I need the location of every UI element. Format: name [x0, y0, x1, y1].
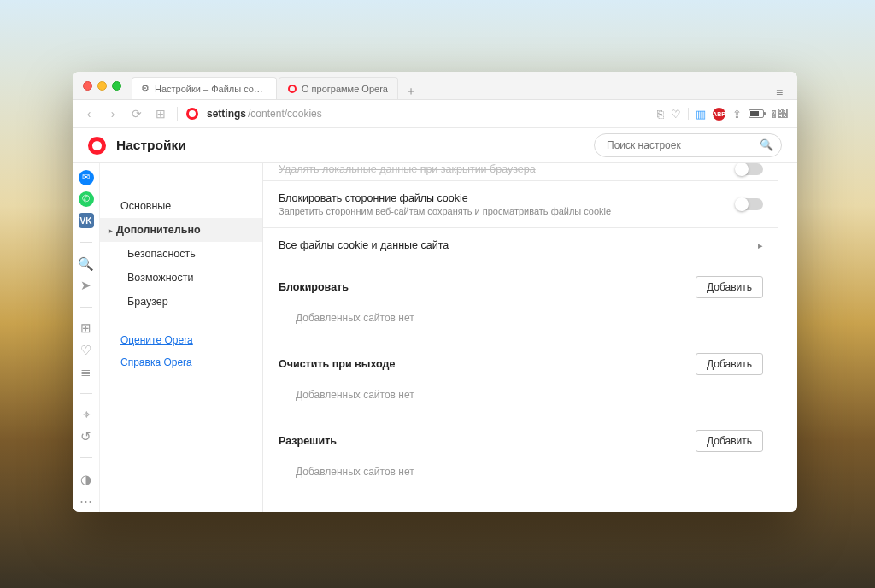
opera-icon: [288, 85, 297, 93]
heart-icon[interactable]: ♡: [671, 108, 681, 121]
window-controls: [79, 81, 128, 91]
rate-opera-link[interactable]: Оцените Opera: [120, 334, 193, 346]
clear-section-title: Очистить при выходе: [279, 358, 696, 370]
clear-empty-text: Добавленных сайтов нет: [263, 379, 778, 416]
back-button[interactable]: ‹: [81, 107, 97, 121]
search-rail-icon[interactable]: 🔍: [78, 256, 94, 272]
vk-icon[interactable]: VK: [79, 213, 94, 228]
tab-label: О программе Opera: [302, 84, 389, 94]
delete-on-close-toggle[interactable]: [736, 163, 763, 175]
tab-about-opera[interactable]: О программе Opera: [279, 77, 398, 99]
forward-button[interactable]: ›: [105, 107, 120, 121]
url-origin: settings: [207, 108, 246, 120]
block-3p-toggle[interactable]: [736, 198, 763, 210]
allow-add-button[interactable]: Добавить: [696, 430, 763, 452]
sidebar-item-features[interactable]: Возможности: [100, 266, 262, 290]
share-icon[interactable]: ⇪: [732, 108, 742, 121]
settings-search-input[interactable]: [594, 133, 782, 157]
opera-logo-icon: [88, 137, 106, 155]
sidebar-toggle-icon[interactable]: ▥: [696, 108, 706, 121]
all-cookies-row[interactable]: Все файлы cookie и данные сайта ▸: [263, 227, 778, 262]
sidebar-item-browser[interactable]: Браузер: [100, 290, 262, 314]
adblock-icon[interactable]: ABP: [713, 108, 725, 121]
delete-on-close-title: Удалять локальные данные при закрытии бр…: [279, 163, 736, 175]
new-tab-button[interactable]: ＋: [400, 84, 422, 99]
sidebar-item-basic[interactable]: Основные: [100, 194, 262, 218]
flow-icon[interactable]: ➤: [80, 278, 91, 293]
allow-empty-text: Добавленных сайтов нет: [263, 456, 778, 493]
easy-setup-icon[interactable]: �੆: [771, 108, 789, 121]
snapshot-rail-icon[interactable]: ⌖: [83, 407, 90, 422]
gear-icon: ⚙: [141, 83, 150, 94]
sidebar-item-security[interactable]: Безопасность: [100, 242, 262, 266]
all-cookies-title: Все файлы cookie и данные сайта: [279, 239, 758, 251]
clear-add-button[interactable]: Добавить: [696, 353, 763, 375]
settings-content: Удалять локальные данные при закрытии бр…: [262, 163, 797, 512]
side-rail: ✉ ✆ VK 🔍 ➤ ⊞ ♡ ≣ ⌖ ↺ ◑ ⋯: [73, 163, 100, 512]
extensions-icon[interactable]: ◑: [80, 472, 91, 487]
block-section-title: Блокировать: [279, 281, 696, 293]
opera-icon: [186, 108, 198, 120]
url-path: /content/cookies: [248, 108, 322, 120]
tab-bar: ⚙ Настройки – Файлы cookie О программе O…: [73, 72, 797, 100]
block-empty-text: Добавленных сайтов нет: [263, 302, 778, 339]
tabs-menu-button[interactable]: ≡: [768, 85, 790, 99]
bookmarks-icon[interactable]: ♡: [80, 343, 91, 358]
help-opera-link[interactable]: Справка Opera: [120, 356, 192, 368]
block-3p-title: Блокировать сторонние файлы cookie: [279, 192, 736, 204]
history-icon[interactable]: ↺: [80, 429, 91, 444]
block-add-button[interactable]: Добавить: [696, 276, 763, 298]
speed-dial-button[interactable]: ⊞: [153, 107, 168, 121]
settings-sidebar: Основные Дополнительно Безопасность Возм…: [100, 163, 262, 512]
address-bar: ‹ › ⟳ ⊞ settings/content/cookies ⎘ ♡ ▥ A…: [73, 100, 797, 128]
maximize-window-button[interactable]: [112, 81, 121, 91]
battery-icon[interactable]: [749, 109, 764, 118]
chevron-right-icon: ▸: [758, 240, 763, 251]
whatsapp-icon[interactable]: ✆: [79, 191, 94, 207]
reload-button[interactable]: ⟳: [129, 107, 144, 121]
search-icon: 🔍: [760, 138, 773, 151]
allow-section-title: Разрешить: [279, 435, 696, 447]
block-3p-subtitle: Запретить сторонним веб-сайтам сохранять…: [279, 206, 736, 216]
close-window-button[interactable]: [83, 81, 92, 91]
snapshot-icon[interactable]: ⎘: [657, 108, 664, 121]
page-header: Настройки 🔍: [73, 128, 797, 163]
news-icon[interactable]: ≣: [80, 364, 91, 379]
page-title: Настройки: [116, 138, 186, 153]
speed-dial-icon[interactable]: ⊞: [80, 320, 91, 336]
tab-settings-cookies[interactable]: ⚙ Настройки – Файлы cookie: [132, 77, 277, 99]
url-display[interactable]: settings/content/cookies: [207, 108, 322, 120]
messenger-icon[interactable]: ✉: [79, 170, 94, 185]
minimize-window-button[interactable]: [97, 81, 107, 91]
sidebar-item-advanced[interactable]: Дополнительно: [100, 218, 262, 242]
browser-window: ⚙ Настройки – Файлы cookie О программе O…: [73, 72, 797, 512]
tab-label: Настройки – Файлы cookie: [155, 84, 267, 94]
settings-rail-icon[interactable]: ⋯: [79, 493, 92, 509]
